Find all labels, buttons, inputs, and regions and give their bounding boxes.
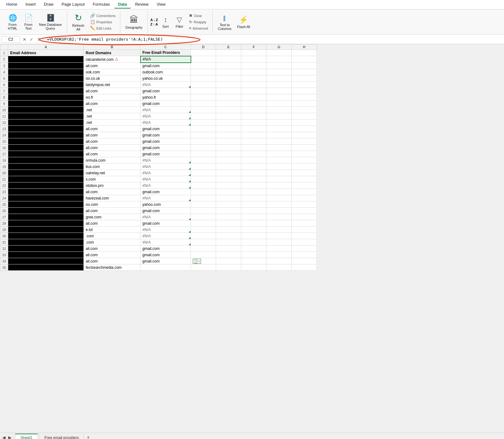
- cell-c-23[interactable]: gmail.com: [140, 189, 191, 195]
- col-header-c[interactable]: C: [140, 44, 191, 50]
- cell-h-31[interactable]: [292, 239, 317, 245]
- cell-c-3[interactable]: gmail.com: [140, 63, 191, 69]
- cell-g-34[interactable]: [266, 258, 292, 264]
- row-header-29[interactable]: 29: [0, 227, 8, 233]
- row-header-5[interactable]: 5: [0, 75, 8, 82]
- cell-a-20[interactable]: [8, 170, 84, 176]
- cell-d-10[interactable]: [191, 107, 216, 113]
- row-header-26[interactable]: 26: [0, 208, 8, 214]
- cell-b-16[interactable]: ail.com: [84, 145, 140, 151]
- cell-d-18[interactable]: [191, 157, 216, 164]
- cell-f-15[interactable]: [241, 138, 266, 145]
- cell-h-6[interactable]: [292, 82, 317, 88]
- row-header-13[interactable]: 13: [0, 126, 8, 132]
- cell-f-9[interactable]: [241, 101, 266, 107]
- cell-b-5[interactable]: oo.co.uk: [84, 75, 140, 82]
- cell-d-16[interactable]: [191, 145, 216, 151]
- row-header-7[interactable]: 7: [0, 88, 8, 94]
- cell-a-18[interactable]: [8, 157, 84, 164]
- cell-b-26[interactable]: ail.com: [84, 208, 140, 214]
- cell-reference[interactable]: [1, 36, 20, 43]
- cell-a-14[interactable]: [8, 132, 84, 138]
- cell-c-12[interactable]: #N/A: [140, 119, 191, 126]
- cell-g-11[interactable]: [266, 113, 292, 119]
- cell-f-10[interactable]: [241, 107, 266, 113]
- cell-h-28[interactable]: [292, 220, 317, 227]
- row-header-28[interactable]: 28: [0, 220, 8, 227]
- cell-d-21[interactable]: [191, 176, 216, 182]
- cell-f-13[interactable]: [241, 126, 266, 132]
- col-header-f[interactable]: F: [241, 44, 266, 50]
- cell-f-35[interactable]: [241, 264, 266, 271]
- row-header-30[interactable]: 30: [0, 233, 8, 239]
- cell-b-15[interactable]: ail.com: [84, 138, 140, 145]
- row-header-1[interactable]: 1: [0, 50, 8, 56]
- cell-d-1[interactable]: [191, 50, 216, 56]
- col-header-a[interactable]: A: [8, 44, 84, 50]
- cell-h-10[interactable]: [292, 107, 317, 113]
- cell-g-21[interactable]: [266, 176, 292, 182]
- cell-h-9[interactable]: [292, 101, 317, 107]
- cell-h-34[interactable]: [292, 258, 317, 264]
- cell-f-18[interactable]: [241, 157, 266, 164]
- cell-g-12[interactable]: [266, 119, 292, 126]
- text-to-columns-button[interactable]: ⫿ Text toColumns: [215, 12, 234, 32]
- row-header-20[interactable]: 20: [0, 170, 8, 176]
- cell-c-8[interactable]: yahoo.fr: [140, 94, 191, 101]
- cell-c-1[interactable]: Free Email Providers: [140, 50, 191, 56]
- cell-e-16[interactable]: [216, 145, 241, 151]
- cell-f-28[interactable]: [241, 220, 266, 227]
- menu-view[interactable]: View: [153, 1, 169, 9]
- cell-e-34[interactable]: [216, 258, 241, 264]
- cell-d-14[interactable]: [191, 132, 216, 138]
- cell-b-2[interactable]: ratcandemir.com ⚠: [84, 56, 140, 63]
- row-header-6[interactable]: 6: [0, 82, 8, 88]
- row-header-32[interactable]: 32: [0, 245, 8, 252]
- cell-c-6[interactable]: #N/A: [140, 82, 191, 88]
- cell-h-7[interactable]: [292, 88, 317, 94]
- cell-f-5[interactable]: [241, 75, 266, 82]
- cell-a-30[interactable]: [8, 233, 84, 239]
- cell-c-5[interactable]: yahoo.co.uk: [140, 75, 191, 82]
- cell-f-1[interactable]: [241, 50, 266, 56]
- cell-b-27[interactable]: gree.com: [84, 214, 140, 220]
- cell-c-11[interactable]: #N/A: [140, 113, 191, 119]
- clear-button[interactable]: ✖ Clear: [187, 13, 210, 19]
- cell-d-32[interactable]: [191, 245, 216, 252]
- cell-e-5[interactable]: [216, 75, 241, 82]
- row-header-35[interactable]: 35: [0, 264, 8, 271]
- cell-f-33[interactable]: [241, 252, 266, 258]
- cell-f-11[interactable]: [241, 113, 266, 119]
- filter-button[interactable]: ▽ Filter: [173, 14, 186, 30]
- cell-d-35[interactable]: [191, 264, 216, 271]
- cell-f-6[interactable]: [241, 82, 266, 88]
- cell-c-28[interactable]: gmail.com: [140, 220, 191, 227]
- cell-b-25[interactable]: oo.com: [84, 201, 140, 208]
- cell-d-8[interactable]: [191, 94, 216, 101]
- cell-g-16[interactable]: [266, 145, 292, 151]
- cell-e-7[interactable]: [216, 88, 241, 94]
- cell-h-25[interactable]: [292, 201, 317, 208]
- cell-d-2[interactable]: [191, 56, 216, 63]
- cell-e-15[interactable]: [216, 138, 241, 145]
- geography-button[interactable]: 🏛 Geography: [123, 13, 145, 31]
- row-header-8[interactable]: 8: [0, 94, 8, 101]
- cell-f-4[interactable]: [241, 69, 266, 75]
- cell-g-27[interactable]: [266, 214, 292, 220]
- formula-input[interactable]: [46, 36, 503, 42]
- col-header-e[interactable]: E: [216, 44, 241, 50]
- cell-g-19[interactable]: [266, 164, 292, 170]
- connections-button[interactable]: 🔗 Connections: [88, 13, 117, 19]
- row-header-12[interactable]: 12: [0, 119, 8, 126]
- cell-e-20[interactable]: [216, 170, 241, 176]
- sheet-tab-free-email[interactable]: Free email providers: [39, 434, 84, 439]
- cell-d-24[interactable]: [191, 195, 216, 201]
- menu-home[interactable]: Home: [3, 1, 21, 9]
- cell-g-4[interactable]: [266, 69, 292, 75]
- cell-b-19[interactable]: tius.com: [84, 164, 140, 170]
- cell-f-32[interactable]: [241, 245, 266, 252]
- cell-e-6[interactable]: [216, 82, 241, 88]
- cell-e-18[interactable]: [216, 157, 241, 164]
- cell-f-31[interactable]: [241, 239, 266, 245]
- sheet-area[interactable]: A B C D E F G H 1Email AddressRoot Domai…: [0, 44, 504, 433]
